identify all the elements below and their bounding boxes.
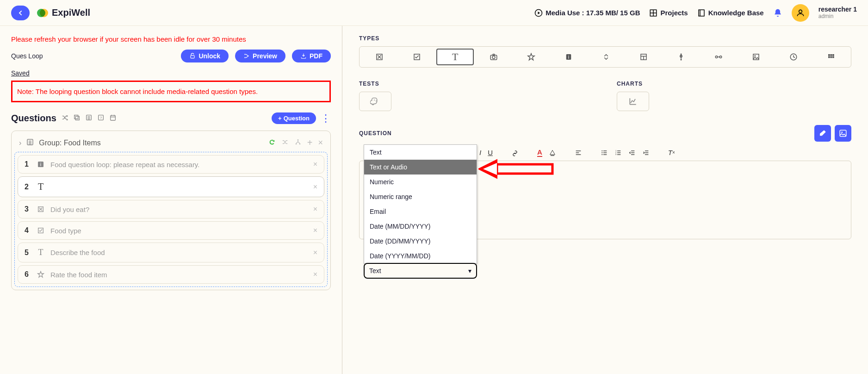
media-use-indicator: Media Use : 17.35 MB/ 15 GB bbox=[534, 9, 640, 17]
type-camera[interactable] bbox=[476, 49, 511, 65]
align-button[interactable] bbox=[575, 149, 582, 156]
svg-point-68 bbox=[601, 152, 602, 153]
numbered-list-button[interactable]: 123 bbox=[614, 149, 622, 156]
link-button[interactable] bbox=[511, 149, 519, 156]
back-button[interactable] bbox=[11, 6, 30, 20]
notifications-bell[interactable] bbox=[773, 8, 782, 18]
pdf-button[interactable]: PDF bbox=[292, 50, 331, 62]
plus-icon: + bbox=[278, 115, 282, 122]
type-checkbox-check[interactable] bbox=[399, 49, 434, 65]
underline-button[interactable]: U bbox=[488, 149, 493, 156]
svg-point-44 bbox=[681, 54, 682, 55]
question-row[interactable]: 3 Did you eat? × bbox=[18, 200, 324, 218]
type-grid[interactable] bbox=[813, 49, 849, 65]
type-clock[interactable] bbox=[776, 49, 812, 65]
svg-text:i: i bbox=[40, 162, 41, 167]
close-icon[interactable]: × bbox=[318, 138, 323, 148]
svg-rect-53 bbox=[828, 54, 830, 56]
type-layout[interactable] bbox=[626, 49, 662, 65]
dropdown-option[interactable]: Numeric range bbox=[364, 189, 477, 204]
svg-point-8 bbox=[244, 54, 245, 55]
question-row[interactable]: 6 Rate the food item × bbox=[18, 265, 324, 284]
help-icon[interactable]: ? bbox=[97, 114, 105, 123]
star-icon bbox=[37, 271, 45, 278]
text-color-button[interactable]: A bbox=[537, 148, 542, 157]
indent-button[interactable] bbox=[642, 149, 650, 156]
type-text[interactable]: T bbox=[436, 49, 474, 65]
close-icon[interactable]: × bbox=[313, 270, 317, 279]
type-checkbox-x[interactable] bbox=[361, 49, 397, 65]
svg-rect-56 bbox=[828, 56, 830, 58]
type-slider[interactable] bbox=[663, 49, 699, 65]
dropdown-option[interactable]: Date (DD/MM/YYYY) bbox=[364, 234, 477, 249]
info-icon: i bbox=[37, 160, 45, 168]
brand-logo[interactable]: ExpiWell bbox=[37, 7, 90, 19]
text-type-icon: T bbox=[37, 248, 45, 257]
book-icon bbox=[697, 9, 706, 17]
bell-icon bbox=[773, 8, 782, 18]
svg-point-45 bbox=[681, 59, 682, 61]
dropdown-option[interactable]: Text or Audio bbox=[364, 160, 477, 175]
text-subtype-select[interactable]: Text ▾ bbox=[364, 263, 477, 279]
list-icon[interactable] bbox=[85, 114, 93, 123]
chevron-down-icon: ▾ bbox=[468, 267, 471, 274]
close-icon[interactable]: × bbox=[313, 183, 317, 191]
question-row[interactable]: 4 Food type × bbox=[18, 221, 324, 240]
close-icon[interactable]: × bbox=[313, 160, 317, 168]
refresh-icon[interactable] bbox=[268, 138, 276, 148]
download-icon bbox=[300, 53, 307, 59]
type-star[interactable] bbox=[513, 49, 549, 65]
shuffle-icon[interactable] bbox=[61, 114, 68, 123]
dropdown-option[interactable]: Numeric bbox=[364, 175, 477, 189]
text-subtype-dropdown[interactable]: Text Text or Audio Numeric Numeric range… bbox=[364, 144, 477, 264]
copy-icon[interactable] bbox=[73, 114, 81, 123]
shuffle-icon[interactable] bbox=[281, 138, 289, 148]
close-icon[interactable]: × bbox=[313, 249, 317, 257]
question-row[interactable]: 5 T Describe the food × bbox=[18, 243, 324, 262]
branch-icon[interactable] bbox=[294, 138, 302, 148]
tests-option[interactable] bbox=[359, 92, 391, 111]
bullet-list-button[interactable] bbox=[601, 149, 608, 156]
svg-point-37 bbox=[492, 56, 495, 59]
add-icon[interactable]: + bbox=[307, 137, 313, 148]
add-question-button[interactable]: + Question bbox=[272, 112, 316, 124]
preview-button[interactable]: Preview bbox=[235, 50, 285, 62]
user-avatar[interactable] bbox=[792, 4, 809, 22]
type-info[interactable]: i bbox=[551, 49, 586, 65]
svg-rect-58 bbox=[832, 56, 834, 58]
image-icon bbox=[839, 129, 847, 137]
unlock-button[interactable]: Unlock bbox=[181, 50, 229, 62]
outdent-button[interactable] bbox=[628, 149, 636, 156]
charts-option[interactable] bbox=[617, 92, 649, 111]
dropdown-option[interactable]: Date (YYYY/MM/DD) bbox=[364, 249, 477, 263]
question-row[interactable]: 1 i Food question loop: please repeat as… bbox=[18, 155, 324, 174]
user-info: researcher 1 admin bbox=[818, 6, 857, 19]
clear-format-button[interactable]: T× bbox=[668, 149, 675, 156]
dropdown-option[interactable]: Text bbox=[364, 145, 477, 160]
svg-rect-54 bbox=[831, 54, 832, 56]
close-icon[interactable]: × bbox=[313, 226, 317, 235]
svg-rect-12 bbox=[74, 115, 78, 118]
svg-rect-19 bbox=[110, 115, 115, 120]
dropdown-option[interactable]: Date (MM/DD/YYYY) bbox=[364, 219, 477, 234]
highlight-button[interactable] bbox=[549, 149, 556, 156]
close-icon[interactable]: × bbox=[313, 205, 317, 213]
list-icon bbox=[26, 138, 34, 148]
knowledge-base-link[interactable]: Knowledge Base bbox=[697, 9, 764, 17]
questions-menu-button[interactable]: ⋮ bbox=[321, 116, 331, 121]
calendar-icon[interactable] bbox=[109, 114, 117, 123]
charts-label: CHARTS bbox=[617, 81, 851, 87]
eraser-button[interactable] bbox=[814, 125, 831, 142]
italic-button[interactable]: I bbox=[479, 149, 481, 156]
questions-title: Questions bbox=[11, 113, 56, 124]
projects-link[interactable]: Projects bbox=[649, 9, 688, 17]
type-link[interactable] bbox=[701, 49, 737, 65]
saved-status[interactable]: Saved bbox=[11, 69, 30, 77]
dropdown-option[interactable]: Email bbox=[364, 204, 477, 219]
image-button[interactable] bbox=[835, 125, 851, 142]
type-image[interactable] bbox=[738, 49, 774, 65]
chevron-right-icon[interactable]: › bbox=[19, 139, 21, 147]
question-row[interactable]: 2 T × bbox=[18, 176, 324, 197]
type-expand[interactable] bbox=[588, 49, 624, 65]
svg-text:?: ? bbox=[100, 116, 102, 120]
